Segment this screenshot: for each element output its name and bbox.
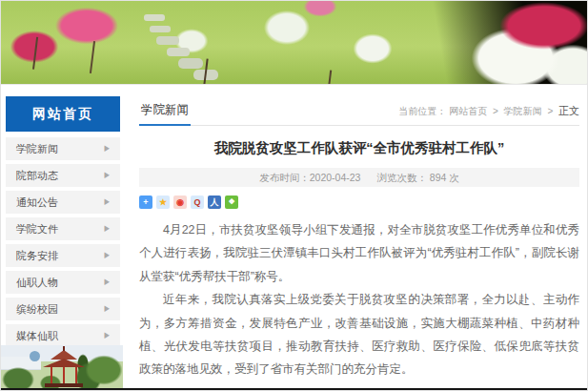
sidebar-menu: 学院新闻 ▶ 院部动态 ▶ 通知公告 ▶ 学院文件 ▶ 院务安排 ▶	[6, 137, 120, 347]
stone-path-decoration	[144, 14, 165, 21]
sidebar-item-schedule[interactable]: 院务安排 ▶	[6, 244, 120, 267]
renren-icon[interactable]: 人	[208, 196, 221, 209]
pavilion-column	[63, 367, 65, 383]
chevron-right-icon: ▶	[105, 269, 110, 297]
breadcrumb-section-link[interactable]: 学院新闻	[504, 106, 542, 116]
page: 网站首页 学院新闻 ▶ 院部动态 ▶ 通知公告 ▶ 学院文件 ▶	[0, 0, 588, 391]
chevron-right-icon: ▶	[105, 216, 110, 243]
chevron-right-icon: ▶	[105, 162, 110, 190]
sidebar-item-label: 学院文件	[16, 217, 58, 240]
sidebar-item-label: 学院新闻	[16, 137, 58, 160]
qzone-icon[interactable]: ★	[156, 196, 170, 209]
share-toolbar: + ★ ◉ Q 人 ❖	[139, 196, 579, 209]
campus-blossom-banner-image	[1, 1, 588, 85]
chevron-right-icon: ▶	[105, 135, 110, 163]
breadcrumb-prefix: 当前位置：	[398, 106, 446, 116]
breadcrumb: 当前位置： 网站首页 > 学院新闻 > 正文	[398, 104, 579, 125]
tree-trunks-decoration	[90, 41, 95, 73]
sidebar-item-college-news[interactable]: 学院新闻 ▶	[6, 137, 120, 160]
sidebar-item-notices[interactable]: 通知公告 ▶	[6, 191, 120, 214]
pavilion-column	[51, 367, 52, 383]
article-meta-bar: 发布时间：2020-04-23 浏览次数： 894 次	[139, 168, 579, 187]
share-more-icon[interactable]: +	[139, 196, 152, 209]
sina-weibo-icon[interactable]: ◉	[173, 196, 187, 209]
campus-pavilion-photo	[1, 345, 123, 388]
pavilion-finial	[63, 346, 65, 351]
sidebar-item-label: 院部动态	[16, 164, 58, 187]
article-paragraph: 近年来，我院认真落实上级党委关于脱贫攻坚的决策部署，全力以赴、主动作为，多方筹措…	[139, 288, 579, 381]
sidebar-item-label: 通知公告	[16, 191, 58, 214]
breadcrumb-current: 正文	[558, 105, 579, 116]
breadcrumb-home-link[interactable]: 网站首页	[449, 106, 487, 116]
sidebar-item-dept-updates[interactable]: 院部动态 ▶	[6, 164, 120, 187]
sidebar-item-label: 院务安排	[16, 244, 58, 267]
sidebar-home-button[interactable]: 网站首页	[6, 96, 120, 132]
tencent-weibo-icon[interactable]: Q	[191, 196, 204, 209]
bottom-divider	[1, 388, 588, 390]
tab-college-news[interactable]: 学院新闻	[139, 102, 191, 126]
content-area: 学院新闻 当前位置： 网站首页 > 学院新闻 > 正文 我院脱贫攻坚工作队获评“…	[139, 96, 579, 391]
article-title: 我院脱贫攻坚工作队获评“全市优秀驻村工作队”	[139, 139, 579, 157]
content-header: 学院新闻 当前位置： 网站首页 > 学院新闻 > 正文	[139, 96, 579, 126]
sidebar-item-college-documents[interactable]: 学院文件 ▶	[6, 217, 120, 240]
article-paragraph: 4月22日，市扶贫攻坚领导小组下发通报，对全市脱贫攻坚工作优秀单位和优秀个人进行…	[139, 218, 579, 288]
chevron-right-icon: ▶	[105, 189, 110, 216]
sidebar-item-label: 媒体仙职	[16, 324, 58, 347]
pavilion-column	[75, 367, 77, 383]
breadcrumb-separator: >	[493, 106, 498, 116]
breadcrumb-separator: >	[547, 106, 553, 116]
pavilion-base	[45, 383, 83, 387]
article-body: 4月22日，市扶贫攻坚领导小组下发通报，对全市脱贫攻坚工作优秀单位和优秀个人进行…	[139, 218, 579, 381]
view-count: 浏览次数： 894 次	[376, 172, 458, 183]
sidebar-item-media[interactable]: 媒体仙职 ▶	[6, 324, 120, 347]
chevron-right-icon: ▶	[105, 296, 110, 323]
sidebar-item-campus-life[interactable]: 缤纷校园 ▶	[6, 298, 120, 320]
sidebar-item-label: 仙职人物	[16, 271, 58, 294]
sidebar-item-label: 缤纷校园	[16, 298, 58, 320]
sidebar-item-people[interactable]: 仙职人物 ▶	[6, 271, 120, 294]
publish-time: 发布时间：2020-04-23	[259, 172, 360, 183]
chevron-right-icon: ▶	[105, 242, 110, 270]
wechat-icon[interactable]: ❖	[225, 196, 238, 209]
